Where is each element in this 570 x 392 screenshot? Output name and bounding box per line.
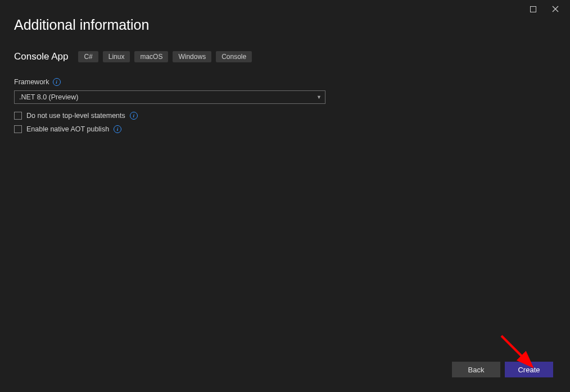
svg-rect-0 (530, 6, 536, 12)
tag-macos: macOS (134, 51, 168, 62)
framework-dropdown[interactable]: .NET 8.0 (Preview) ▼ (14, 90, 325, 104)
chevron-down-icon: ▼ (316, 94, 322, 100)
tag-linux: Linux (103, 51, 130, 62)
info-icon[interactable]: i (114, 125, 121, 133)
tag-console: Console (216, 51, 252, 62)
create-button[interactable]: Create (505, 362, 553, 377)
project-type-name: Console App (14, 51, 68, 62)
framework-label: Framework (14, 78, 49, 86)
native-aot-checkbox[interactable] (14, 125, 22, 133)
info-icon[interactable]: i (130, 112, 138, 120)
svg-line-4 (501, 336, 531, 365)
close-button[interactable] (548, 1, 563, 17)
tag-windows: Windows (173, 51, 211, 62)
framework-selected-value: .NET 8.0 (Preview) (19, 93, 78, 101)
dialog-footer: Back Create (452, 362, 553, 377)
maximize-icon (530, 6, 536, 12)
native-aot-row: Enable native AOT publish i (14, 125, 556, 133)
top-level-statements-row: Do not use top-level statements i (14, 112, 556, 120)
close-icon (552, 6, 559, 12)
maximize-button[interactable] (525, 1, 541, 17)
project-type-row: Console App C# Linux macOS Windows Conso… (14, 51, 556, 62)
info-icon[interactable]: i (53, 78, 61, 86)
back-button[interactable]: Back (452, 362, 500, 377)
window-titlebar (525, 0, 570, 18)
page-title: Additional information (14, 17, 556, 33)
tag-language: C# (78, 51, 98, 62)
framework-label-row: Framework i (14, 78, 556, 86)
native-aot-label: Enable native AOT publish (26, 125, 109, 133)
top-level-statements-checkbox[interactable] (14, 112, 22, 120)
dialog-content: Additional information Console App C# Li… (0, 0, 570, 133)
top-level-statements-label: Do not use top-level statements (26, 112, 125, 120)
